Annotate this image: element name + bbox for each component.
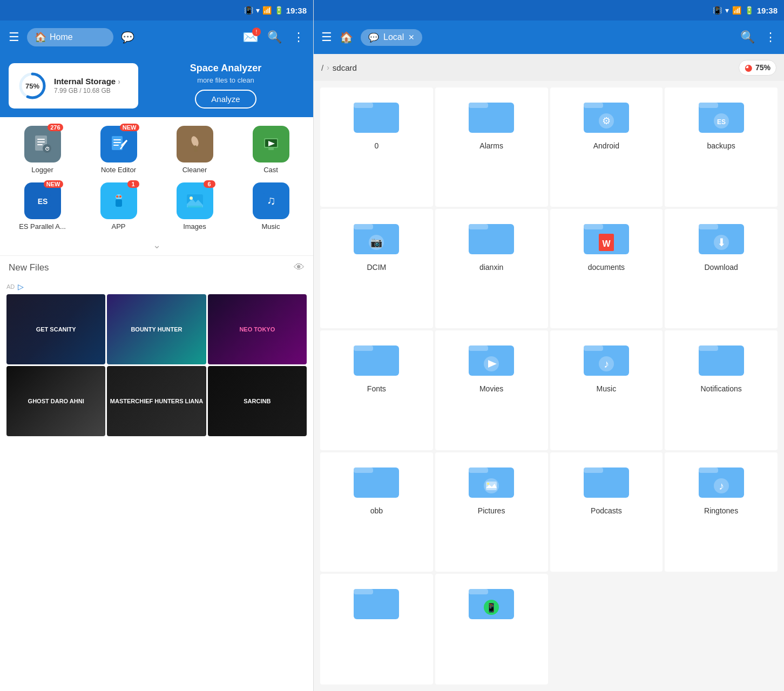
app-item-es-parallel[interactable]: ES NEW ES Parallel A...: [6, 182, 78, 231]
app-item-images[interactable]: 6 Images: [159, 182, 231, 231]
svg-rect-9: [113, 139, 121, 140]
folder-obb-name: obb: [370, 506, 383, 515]
folder-alarms[interactable]: Alarms: [435, 87, 548, 207]
search-button[interactable]: 🔍: [264, 28, 285, 46]
folder-dcim-name: DCIM: [367, 263, 386, 272]
right-search-button[interactable]: 🔍: [736, 28, 759, 46]
app-item-logger[interactable]: ⏱ 276 Logger: [6, 126, 78, 174]
right-topbar: ☰ 🏠 💬 Local ✕ 🔍 ⋮: [314, 21, 784, 54]
note-editor-label: Note Editor: [101, 166, 136, 174]
svg-text:📷: 📷: [370, 236, 383, 248]
left-time: 19:38: [286, 6, 307, 15]
chat-icon-button[interactable]: 💬: [119, 29, 137, 46]
folder-android[interactable]: ⚙ Android: [550, 87, 663, 207]
svg-rect-54: [584, 224, 603, 229]
home-button[interactable]: 🏠 Home: [27, 28, 113, 46]
music-app-label: Music: [262, 222, 280, 231]
space-analyzer: Space Analyzer more files to clean Analy…: [147, 63, 305, 109]
local-button[interactable]: 💬 Local ✕: [361, 29, 422, 46]
folder-ringtones[interactable]: ♪ Ringtones: [665, 452, 778, 572]
app-grid: ⏱ 276 Logger: [0, 117, 313, 235]
folder-download-icon: ⬇: [698, 215, 745, 259]
ad-image-4[interactable]: GHOST DARO AHNI: [6, 366, 105, 436]
app-item-cast[interactable]: Cast: [235, 126, 307, 174]
folder-download-name: Download: [704, 263, 738, 272]
folder-dcim[interactable]: 📷 DCIM: [320, 209, 433, 328]
right-hamburger-button[interactable]: ☰: [321, 30, 332, 44]
local-label: Local: [383, 32, 404, 42]
folder-extra2[interactable]: 📱: [435, 574, 548, 685]
expand-arrow[interactable]: ⌄: [0, 235, 313, 255]
breadcrumb-current[interactable]: sdcard: [333, 63, 357, 72]
storage-subtitle: 7.99 GB / 10.68 GB: [54, 87, 130, 94]
folder-podcasts[interactable]: Podcasts: [550, 452, 663, 572]
folder-movies-icon: [468, 337, 515, 380]
ad-image-3[interactable]: NEO TOKYO: [208, 294, 307, 364]
folder-notifications-icon: [698, 337, 745, 380]
svg-text:W: W: [602, 239, 611, 248]
r-battery-icon: 🔋: [745, 6, 754, 15]
svg-rect-74: [354, 468, 373, 473]
folder-podcasts-name: Podcasts: [591, 506, 622, 515]
folder-notifications[interactable]: Notifications: [665, 330, 778, 450]
cast-label: Cast: [263, 166, 278, 174]
app-item-note-editor[interactable]: NEW Note Editor: [83, 126, 154, 174]
svg-rect-10: [113, 142, 121, 143]
battery-icon: 🔋: [274, 6, 283, 15]
storage-card[interactable]: 75% Internal Storage › 7.99 GB / 10.68 G…: [9, 63, 138, 109]
local-close-icon[interactable]: ✕: [408, 33, 415, 42]
folder-podcasts-icon: [583, 459, 630, 502]
folder-backups[interactable]: ES backups: [665, 87, 778, 207]
right-home-button[interactable]: 🏠: [337, 29, 355, 46]
breadcrumb-root[interactable]: /: [321, 63, 323, 72]
folder-download[interactable]: ⬇ Download: [665, 209, 778, 328]
app-badge: 1: [127, 180, 139, 188]
ad-image-5[interactable]: MASTERCHIEF HUNTERS LIANA: [107, 366, 206, 436]
usage-percent: 75%: [755, 63, 771, 72]
file-grid: 0 Alarms ⚙ Android: [314, 81, 784, 691]
svg-text:⬇: ⬇: [717, 236, 726, 248]
folder-obb[interactable]: obb: [320, 452, 433, 572]
cast-icon: [253, 126, 289, 162]
analyze-button[interactable]: Analyze: [195, 90, 256, 109]
more-options-button[interactable]: ⋮: [290, 28, 307, 46]
ad-label: AD ▷: [6, 282, 307, 291]
es-parallel-icon: ES: [24, 182, 61, 219]
mail-button[interactable]: ✉️ !: [242, 30, 259, 45]
ad-image-6[interactable]: SARCINB: [208, 366, 307, 436]
r-vibrate-icon: 📳: [713, 6, 722, 15]
eye-icon[interactable]: 👁: [294, 261, 305, 274]
svg-rect-72: [699, 346, 718, 351]
folder-pictures[interactable]: Pictures: [435, 452, 548, 572]
svg-rect-84: [699, 468, 718, 473]
svg-rect-82: [584, 468, 603, 473]
right-more-button[interactable]: ⋮: [765, 30, 776, 44]
ad-image-2[interactable]: BOUNTY HUNTER: [107, 294, 206, 364]
svg-rect-5: [37, 144, 43, 145]
folder-movies[interactable]: Movies: [435, 330, 548, 450]
app-item-app[interactable]: 1 APP: [83, 182, 154, 231]
folder-fonts[interactable]: Fonts: [320, 330, 433, 450]
folder-extra2-icon: 📱: [468, 580, 515, 624]
es-parallel-badge: NEW: [44, 180, 63, 188]
svg-rect-62: [354, 346, 373, 351]
logger-label: Logger: [31, 166, 53, 174]
folder-dianxin[interactable]: dianxin: [435, 209, 548, 328]
vibrate-icon: 📳: [244, 6, 253, 15]
cleaner-label: Cleaner: [183, 166, 207, 174]
app-item-cleaner[interactable]: Cleaner: [159, 126, 231, 174]
folder-music[interactable]: ♪ Music: [550, 330, 663, 450]
images-badge: 6: [204, 180, 215, 188]
svg-rect-38: [469, 103, 488, 108]
folder-0[interactable]: 0: [320, 87, 433, 207]
svg-rect-52: [469, 224, 488, 229]
hamburger-menu-button[interactable]: ☰: [6, 28, 22, 46]
mail-badge: !: [252, 28, 261, 36]
images-icon: [177, 182, 213, 219]
app-icon: [100, 182, 137, 219]
app-item-music[interactable]: ♫ Music: [235, 182, 307, 231]
ad-image-1[interactable]: GET SCANITY: [6, 294, 105, 364]
wifi-icon: ▾: [256, 6, 260, 15]
folder-extra1[interactable]: [320, 574, 433, 685]
folder-documents[interactable]: W documents: [550, 209, 663, 328]
